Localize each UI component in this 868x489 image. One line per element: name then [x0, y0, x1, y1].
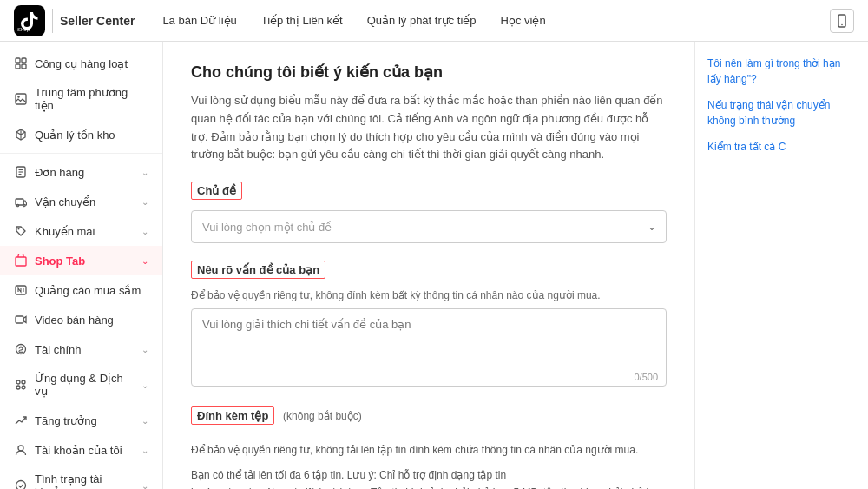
- attach-label: Đính kèm tệp: [191, 406, 274, 425]
- video-icon: [14, 313, 28, 327]
- truck-icon: [14, 195, 28, 208]
- svg-point-28: [16, 481, 26, 490]
- nav-link-affiliate[interactable]: Tiếp thị Liên kết: [261, 14, 343, 27]
- svg-point-24: [22, 380, 25, 384]
- sidebar-item-promotions[interactable]: Khuyến mãi ⌄: [0, 216, 162, 246]
- chevron-shipping-icon: ⌄: [141, 197, 148, 207]
- sidebar-label-growth: Tăng trưởng: [35, 414, 97, 427]
- problem-section: Nêu rõ vấn đề của bạn Để bảo vệ quyền ri…: [191, 261, 667, 389]
- chevron-orders-icon: ⌄: [141, 168, 148, 177]
- attach-desc-1: Để bảo vệ quyền riêng tư, không tải lên …: [191, 442, 667, 459]
- svg-point-27: [18, 446, 23, 451]
- subject-select[interactable]: Vui lòng chọn một chủ đề: [191, 210, 667, 243]
- svg-rect-6: [16, 64, 20, 69]
- sidebar-item-video-sales[interactable]: Video bán hàng: [0, 305, 162, 334]
- sidebar-label-finance: Tài chính: [35, 343, 81, 356]
- apps-icon: [14, 378, 28, 392]
- sidebar-item-media-center[interactable]: Trung tâm phương tiện: [0, 78, 162, 120]
- top-nav-links: La bàn Dữ liệu Tiếp thị Liên kết Quản lý…: [162, 14, 545, 27]
- sidebar-item-growth[interactable]: Tăng trưởng ⌄: [0, 406, 162, 435]
- svg-point-9: [17, 96, 19, 97]
- nav-divider: [52, 9, 53, 33]
- logo-area: Shop Seller Center: [14, 5, 135, 36]
- sidebar-label-video-sales: Video bán hàng: [35, 314, 114, 327]
- account-icon: [14, 443, 28, 457]
- seller-center-label: Seller Center: [60, 14, 135, 28]
- main-layout: Công cụ hàng loạt Trung tâm phương tiện …: [0, 42, 868, 489]
- subject-select-wrapper: Vui lòng chọn một chủ đề ⌄: [191, 210, 667, 243]
- growth-icon: [14, 413, 28, 427]
- svg-point-26: [22, 386, 25, 389]
- finance-icon: [14, 342, 28, 356]
- sidebar-item-apps-services[interactable]: Ứng dụng & Dịch vụ ⌄: [0, 364, 162, 406]
- order-icon: [14, 165, 28, 179]
- page-title: Cho chúng tôi biết ý kiến của bạn: [191, 63, 667, 82]
- svg-rect-7: [22, 64, 26, 69]
- chevron-apps-icon: ⌄: [141, 380, 148, 390]
- box-icon: [14, 128, 28, 142]
- sidebar-item-orders[interactable]: Đơn hàng ⌄: [0, 157, 162, 187]
- svg-rect-18: [16, 257, 26, 266]
- svg-point-17: [18, 228, 20, 230]
- sidebar-label-shop-tab: Shop Tab: [35, 254, 85, 268]
- sidebar-item-my-account[interactable]: Tài khoản của tôi ⌄: [0, 435, 162, 465]
- sidebar-item-finance[interactable]: Tài chính ⌄: [0, 334, 162, 364]
- sidebar-divider-1: [0, 153, 162, 154]
- sidebar-item-ads[interactable]: Quảng cáo mua sắm: [0, 275, 162, 305]
- sidebar: Công cụ hàng loạt Trung tâm phương tiện …: [0, 42, 163, 489]
- subject-section: Chủ đề Vui lòng chọn một chủ đề ⌄: [191, 182, 667, 243]
- sidebar-label-ads: Quảng cáo mua sắm: [35, 284, 141, 297]
- sidebar-label-account-status: Tình trạng tài khoản: [35, 472, 135, 489]
- sidebar-item-bulk-tools[interactable]: Công cụ hàng loạt: [0, 49, 162, 78]
- nav-link-data-compass[interactable]: La bàn Dữ liệu: [162, 14, 236, 27]
- sidebar-label-bulk-tools: Công cụ hàng loạt: [35, 57, 128, 70]
- sidebar-item-shop-tab[interactable]: Shop Tab ⌄: [0, 246, 162, 275]
- problem-counter: 0/500: [634, 372, 658, 382]
- svg-rect-8: [16, 94, 26, 104]
- right-panel-link-2[interactable]: Nếu trạng thái vận chuyển không bình thư…: [707, 97, 856, 129]
- sidebar-label-promotions: Khuyến mãi: [35, 225, 95, 238]
- top-nav: Shop Seller Center La bàn Dữ liệu Tiếp t…: [0, 0, 868, 42]
- page-description: Vui lòng sử dụng biểu mẫu này để đưa ra …: [191, 92, 667, 164]
- subject-label: Chủ đề: [191, 182, 242, 200]
- sidebar-label-apps-services: Ứng dụng & Dịch vụ: [35, 372, 135, 398]
- sidebar-label-orders: Đơn hàng: [35, 166, 84, 179]
- attachment-section: Đính kèm tệp (không bắt buộc) Để bảo vệ …: [191, 406, 667, 489]
- sidebar-label-my-account: Tài khoản của tôi: [35, 444, 122, 457]
- right-panel-link-1[interactable]: Tôi nên làm gì trong thời hạn lấy hàng"?: [707, 56, 856, 87]
- image-icon: [14, 92, 28, 106]
- ads-icon: [14, 283, 28, 297]
- chevron-account-icon: ⌄: [141, 446, 148, 455]
- right-panel-link-3[interactable]: Kiểm tra tất cả C: [707, 139, 856, 155]
- tag-icon: [14, 224, 28, 238]
- chevron-promotions-icon: ⌄: [141, 227, 148, 236]
- sidebar-item-shipping[interactable]: Vận chuyển ⌄: [0, 187, 162, 216]
- svg-rect-4: [16, 58, 20, 63]
- svg-rect-14: [16, 199, 23, 205]
- chevron-shop-tab-icon: ⌄: [141, 256, 148, 266]
- svg-rect-21: [16, 316, 23, 323]
- svg-point-3: [841, 23, 843, 25]
- sidebar-item-inventory[interactable]: Quản lý tồn kho: [0, 120, 162, 149]
- mobile-icon: [835, 14, 849, 28]
- svg-point-23: [16, 380, 20, 384]
- attach-desc-2: Bạn có thể tải lên tối đa 6 tập tin. Lưu…: [191, 467, 667, 489]
- right-panel: Tôi nên làm gì trong thời hạn lấy hàng"?…: [694, 42, 868, 489]
- nav-link-academy[interactable]: Học viện: [501, 14, 546, 27]
- svg-text:Shop: Shop: [17, 27, 30, 32]
- tiktok-logo: Shop: [14, 5, 45, 36]
- attach-label-row: Đính kèm tệp (không bắt buộc): [191, 406, 667, 435]
- chevron-growth-icon: ⌄: [141, 416, 148, 426]
- problem-textarea[interactable]: [191, 308, 667, 387]
- svg-rect-5: [22, 58, 26, 63]
- sidebar-item-account-status[interactable]: Tình trạng tài khoản ⌄: [0, 465, 162, 489]
- nav-link-live[interactable]: Quản lý phát trực tiếp: [367, 14, 477, 27]
- grid-icon: [14, 56, 28, 70]
- attach-optional: (không bắt buộc): [283, 410, 362, 422]
- mobile-icon-button[interactable]: [830, 9, 854, 33]
- problem-textarea-wrapper: 0/500: [191, 308, 667, 389]
- sidebar-label-shipping: Vận chuyển: [35, 195, 95, 208]
- problem-sublabel: Để bảo vệ quyền riêng tư, không đính kèm…: [191, 289, 667, 301]
- status-icon: [14, 479, 28, 489]
- sidebar-label-media-center: Trung tâm phương tiện: [35, 86, 148, 112]
